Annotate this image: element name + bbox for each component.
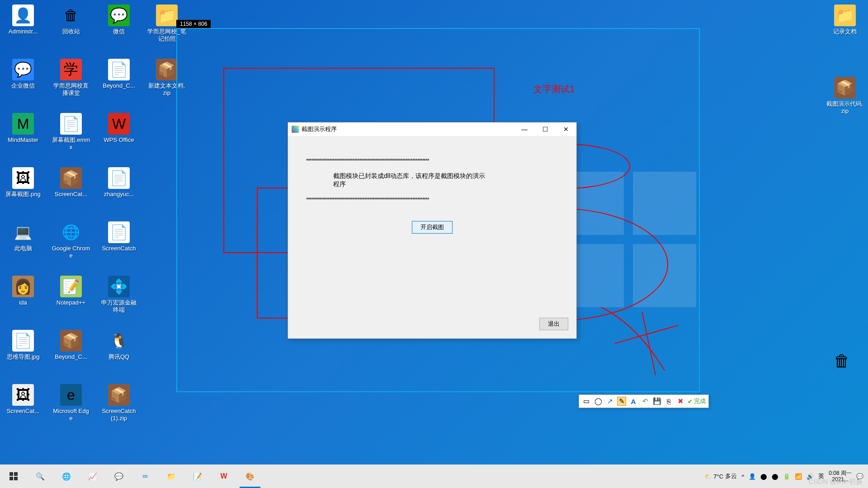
desktop-icon[interactable]: 💻此电脑 (4, 221, 42, 271)
desktop-icon[interactable]: 💬企业微信 (4, 59, 42, 108)
icon-thumb: 💬 (12, 59, 34, 80)
desktop-icon[interactable]: 📦截图演示代码.zip (826, 77, 864, 127)
icon-label: 申万宏源金融终端 (99, 299, 138, 313)
weather-widget[interactable]: ⛅ 7°C 多云 (704, 472, 737, 480)
desktop-icons-left: 👤Administr...💬企业微信MMindMaster🖼屏幕截图.png💻此… (4, 5, 184, 438)
desktop-icon[interactable]: 学学而思网校直播课堂 (52, 59, 90, 108)
taskbar-search[interactable]: 🔍 (27, 465, 53, 488)
icon-label: 回收站 (62, 28, 80, 35)
desktop-icon[interactable]: WWPS Office (99, 113, 138, 163)
tool-text-icon[interactable]: A (629, 397, 638, 406)
desktop-icon[interactable]: 📝Notepad++ (52, 276, 90, 325)
icon-thumb: 📦 (156, 59, 178, 80)
taskbar-vscode[interactable]: ∞ (132, 465, 158, 488)
desktop-icon[interactable]: 👤Administr... (4, 5, 42, 54)
tool-cancel-icon[interactable]: ✖ (676, 397, 685, 406)
tray-battery-icon[interactable]: 🔋 (783, 473, 790, 480)
desktop-icon[interactable]: 📁记录文档 (826, 5, 864, 54)
taskbar-explorer[interactable]: 📁 (158, 465, 184, 488)
desktop-icon[interactable]: eMicrosoft Edge (52, 384, 90, 434)
icon-label: 屏幕截图.png (5, 191, 40, 198)
exit-button[interactable]: 退出 (539, 318, 568, 330)
taskbar-chrome[interactable]: 🌐 (53, 465, 80, 488)
desktop-icon[interactable]: 🌐Google Chrome (52, 221, 90, 271)
tray-wifi-icon[interactable]: 📶 (795, 473, 802, 480)
icon-label: Beyond_C... (55, 353, 87, 361)
tool-pen-icon[interactable]: ✎ (617, 397, 626, 406)
svg-rect-6 (9, 477, 13, 480)
icon-label: 思维导图.jpg (7, 353, 40, 361)
desktop-icons-right: 📁记录文档📦截图演示代码.zip (826, 5, 864, 127)
dialog-body: ****************************************… (288, 136, 576, 247)
icon-thumb: 🖼 (12, 384, 34, 406)
start-button[interactable] (0, 465, 27, 488)
tool-ellipse-icon[interactable]: ◯ (594, 397, 603, 406)
maximize-button[interactable]: ☐ (535, 122, 556, 136)
icon-label: 记录文档 (833, 28, 857, 35)
icon-label: ScreenCatch (1).zip (99, 408, 138, 422)
desktop-icon[interactable]: 👩ida (4, 276, 42, 325)
desktop-icon[interactable]: 📄zhangyuc... (99, 167, 138, 217)
minimize-button[interactable]: — (514, 122, 535, 136)
icon-thumb: 📦 (60, 167, 82, 189)
desktop-icon[interactable]: 🖼屏幕截图.png (4, 167, 42, 217)
tool-save-icon[interactable]: 💾 (652, 397, 661, 406)
desktop-icon[interactable]: 🗑回收站 (52, 5, 90, 54)
desktop-icon[interactable]: 📄屏幕截图.emmx (52, 113, 90, 163)
icon-thumb: 📄 (12, 330, 34, 352)
icon-label: 企业微信 (11, 82, 35, 89)
tray-user-icon[interactable]: 👤 (749, 473, 756, 480)
icon-label: zhangyuc... (104, 191, 134, 198)
icon-thumb: 🗑 (60, 5, 82, 26)
tray-app-icon[interactable]: ⬤ (772, 473, 778, 480)
icon-thumb: 💬 (108, 5, 130, 26)
taskbar-demo-app[interactable]: 🎨 (237, 465, 263, 488)
icon-label: WPS Office (104, 136, 134, 144)
icon-thumb: 📁 (156, 5, 178, 26)
desktop-icon[interactable]: 🖼ScreenCat... (4, 384, 42, 434)
demo-dialog: 截图演示程序 — ☐ ✕ ***************************… (288, 122, 577, 339)
taskbar-app1[interactable]: 📈 (80, 465, 106, 488)
icon-label: 屏幕截图.emmx (52, 136, 90, 150)
stars-bottom: ****************************************… (306, 197, 558, 203)
icon-thumb: 学 (60, 59, 82, 80)
dialog-titlebar[interactable]: 截图演示程序 — ☐ ✕ (288, 122, 576, 136)
recycle-bin-bottom-right[interactable]: 🗑 (834, 352, 850, 371)
tool-arrow-icon[interactable]: ↗ (605, 397, 614, 406)
tray-chevron-icon[interactable]: ^ (741, 473, 744, 480)
windows-icon (9, 472, 18, 480)
icon-thumb: 📦 (834, 77, 856, 99)
desktop-icon[interactable]: 📦Beyond_C... (52, 330, 90, 380)
taskbar-notepad[interactable]: 📝 (184, 465, 211, 488)
taskbar-wps[interactable]: W (211, 465, 237, 488)
icon-label: ida (19, 299, 27, 306)
desktop-icon[interactable]: 📦ScreenCat... (52, 167, 90, 217)
close-button[interactable]: ✕ (556, 122, 576, 136)
desktop-icon[interactable]: 💠申万宏源金融终端 (99, 276, 138, 325)
tool-undo-icon[interactable]: ↶ (641, 397, 650, 406)
desktop-icon[interactable]: MMindMaster (4, 113, 42, 163)
tool-done-button[interactable]: ✔ 完成 (688, 397, 706, 405)
desktop-icon[interactable]: 💬微信 (99, 5, 138, 54)
tool-copy-icon[interactable]: ⎘ (664, 397, 673, 406)
icon-thumb: M (12, 113, 34, 135)
icon-thumb: 📄 (108, 167, 130, 189)
taskbar-app2[interactable]: 💬 (106, 465, 132, 488)
icon-label: Administr... (9, 28, 38, 35)
start-capture-button[interactable]: 开启截图 (412, 221, 453, 234)
tool-rect-icon[interactable]: ▭ (582, 397, 591, 406)
desktop-icon[interactable]: 📄思维导图.jpg (4, 330, 42, 380)
icon-thumb: 📦 (108, 384, 130, 406)
desktop-icon[interactable]: 📄ScreenCatch (99, 221, 138, 271)
icon-thumb: 📝 (60, 276, 82, 297)
icon-thumb: 📦 (60, 330, 82, 352)
desktop-icon[interactable]: 📦ScreenCatch (1).zip (99, 384, 138, 434)
desktop-icon[interactable]: 🐧腾讯QQ (99, 330, 138, 380)
icon-label: 此电脑 (14, 245, 32, 252)
dialog-desc-1: 截图模块已封装成dll动态库，该程序是截图模块的演示 (333, 172, 558, 180)
tray-cloud-icon[interactable]: ⬤ (760, 473, 767, 480)
svg-rect-5 (14, 472, 18, 476)
desktop-icon[interactable]: 📄Beyond_C... (99, 59, 138, 108)
icon-thumb: 📁 (834, 5, 856, 26)
taskbar: 🔍 🌐 📈 💬 ∞ 📁 📝 W 🎨 ⛅ 7°C 多云 ^ 👤 ⬤ ⬤ 🔋 📶 🔊… (0, 465, 868, 488)
